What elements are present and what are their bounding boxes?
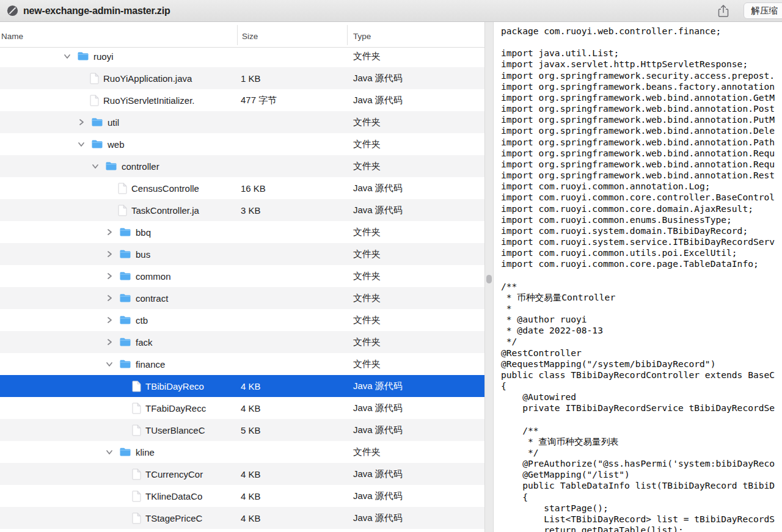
chevron-right-icon[interactable]: [106, 228, 119, 236]
folder-icon: [119, 359, 131, 369]
file-name: ctb: [136, 315, 148, 326]
table-row[interactable]: RuoYiApplication.java1 KBJava 源代码: [0, 67, 484, 89]
file-type: Java 源代码: [353, 403, 403, 414]
chevron-down-icon[interactable]: [78, 140, 91, 148]
file-type: 文件夹: [353, 161, 381, 172]
file-icon: [132, 403, 141, 414]
file-size: 4 KB: [241, 513, 261, 523]
table-row[interactable]: TCurrencyCor4 KBJava 源代码: [0, 463, 484, 485]
folder-icon: [119, 315, 131, 325]
column-header-type[interactable]: Type: [353, 32, 371, 41]
extract-button[interactable]: 解压缩: [744, 2, 782, 19]
file-name: common: [136, 271, 171, 282]
window-title: new-exchange-admin-master.zip: [23, 5, 170, 16]
table-row[interactable]: ruoyi文件夹: [0, 45, 484, 67]
folder-icon: [119, 337, 131, 347]
chevron-right-icon[interactable]: [106, 250, 119, 258]
chevron-down-icon[interactable]: [106, 448, 119, 456]
table-row[interactable]: bbq文件夹: [0, 221, 484, 243]
file-list-header: Name Size Type: [0, 22, 484, 48]
file-type: 文件夹: [353, 227, 381, 238]
file-size: 4 KB: [241, 403, 261, 414]
file-type: 文件夹: [353, 249, 381, 260]
file-list-panel: Name Size Type ruoyi文件夹RuoYiApplication.…: [0, 22, 484, 532]
file-type: Java 源代码: [353, 490, 403, 502]
table-row[interactable]: kline文件夹: [0, 441, 484, 463]
table-row[interactable]: TUserBlanceC5 KBJava 源代码: [0, 419, 484, 441]
table-row[interactable]: CensusControlle16 KBJava 源代码: [0, 177, 484, 199]
table-row[interactable]: TFabiDayRecc4 KBJava 源代码: [0, 397, 484, 419]
table-row[interactable]: RuoYiServletInitializer.477 字节Java 源代码: [0, 89, 484, 111]
table-row[interactable]: fack文件夹: [0, 331, 484, 353]
code-preview-panel: package com.ruoyi.web.controller.finance…: [494, 22, 782, 532]
table-row[interactable]: contract文件夹: [0, 287, 484, 309]
folder-icon: [119, 227, 131, 237]
file-type: 文件夹: [353, 446, 381, 458]
file-type: 文件夹: [353, 271, 381, 282]
table-row[interactable]: web文件夹: [0, 133, 484, 155]
table-row[interactable]: util文件夹: [0, 111, 484, 133]
file-name: fack: [136, 337, 153, 348]
table-row[interactable]: TBibiDayReco4 KBJava 源代码: [0, 375, 484, 397]
file-icon: [118, 205, 127, 216]
file-name: controller: [122, 161, 159, 172]
chevron-right-icon[interactable]: [106, 316, 119, 324]
table-row[interactable]: TStagePriceC4 KBJava 源代码: [0, 507, 484, 529]
file-icon: [90, 95, 99, 106]
column-divider[interactable]: [347, 25, 348, 45]
file-name: RuoYiApplication.java: [103, 73, 192, 84]
file-size: 4 KB: [241, 491, 261, 501]
file-name: TStagePriceC: [145, 513, 202, 523]
column-header-size[interactable]: Size: [242, 32, 258, 41]
file-size: 3 KB: [241, 205, 261, 216]
column-header-name[interactable]: Name: [1, 32, 23, 41]
table-row[interactable]: TKlineDataCo4 KBJava 源代码: [0, 485, 484, 507]
file-size: 477 字节: [241, 95, 277, 106]
share-button[interactable]: [717, 4, 730, 18]
file-type: 文件夹: [353, 117, 381, 128]
scrollbar-thumb[interactable]: [486, 275, 492, 283]
folder-icon: [119, 271, 131, 281]
chevron-down-icon[interactable]: [64, 53, 77, 60]
file-icon: [118, 183, 127, 194]
table-row[interactable]: controller文件夹: [0, 155, 484, 177]
folder-icon: [91, 117, 103, 127]
file-icon: [132, 381, 141, 392]
file-name: finance: [136, 359, 165, 370]
chevron-right-icon[interactable]: [106, 272, 119, 280]
archive-viewer-window: new-exchange-admin-master.zip 解压缩 Name S…: [0, 0, 782, 532]
file-type: 文件夹: [353, 293, 381, 304]
chevron-down-icon[interactable]: [92, 162, 105, 170]
file-name: TFabiDayRecc: [145, 403, 206, 414]
table-row[interactable]: common文件夹: [0, 265, 484, 287]
table-row[interactable]: bus文件夹: [0, 243, 484, 265]
folder-icon: [119, 293, 131, 303]
file-type: Java 源代码: [353, 73, 403, 84]
folder-icon: [119, 447, 131, 457]
file-name: TCurrencyCor: [145, 469, 203, 479]
file-type: 文件夹: [353, 139, 381, 150]
folder-icon: [105, 161, 117, 171]
file-name: util: [108, 117, 119, 128]
chevron-right-icon[interactable]: [106, 338, 119, 346]
folder-icon: [91, 139, 103, 149]
chevron-right-icon[interactable]: [106, 294, 119, 302]
file-type: 文件夹: [353, 51, 381, 62]
file-type: 文件夹: [353, 337, 381, 348]
chevron-down-icon[interactable]: [106, 360, 119, 368]
file-name: bbq: [136, 227, 151, 238]
file-rows: ruoyi文件夹RuoYiApplication.java1 KBJava 源代…: [0, 45, 484, 529]
file-type: Java 源代码: [353, 425, 403, 436]
file-type: Java 源代码: [353, 95, 403, 106]
table-row[interactable]: ctb文件夹: [0, 309, 484, 331]
file-name: TaskController.ja: [131, 205, 199, 216]
file-size: 4 KB: [241, 381, 261, 392]
chevron-right-icon[interactable]: [78, 118, 91, 126]
file-name: ruoyi: [93, 51, 114, 62]
file-icon: [132, 425, 141, 436]
column-divider[interactable]: [237, 25, 238, 45]
table-row[interactable]: finance文件夹: [0, 353, 484, 375]
table-row[interactable]: TaskController.ja3 KBJava 源代码: [0, 199, 484, 221]
file-name: CensusControlle: [131, 183, 199, 194]
file-type: Java 源代码: [353, 512, 403, 524]
